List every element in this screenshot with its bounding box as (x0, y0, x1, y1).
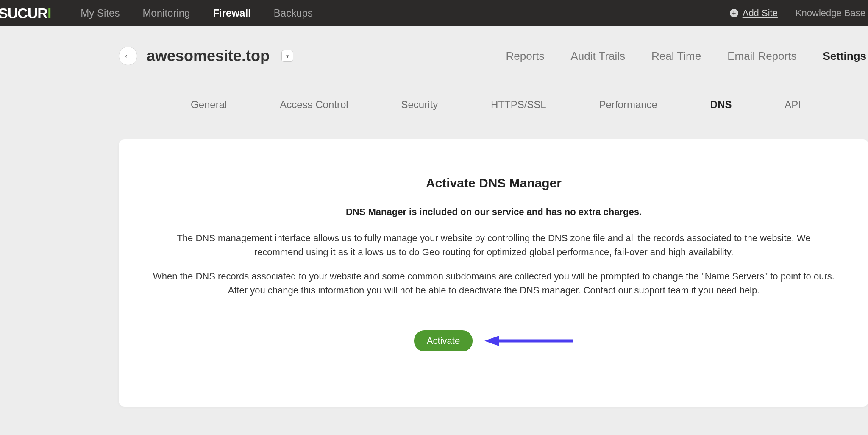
settings-subtabs: General Access Control Security HTTPS/SS… (119, 99, 868, 111)
tab-settings[interactable]: Settings (823, 50, 866, 63)
chevron-down-icon: ▾ (286, 53, 289, 59)
panel-paragraph-1: The DNS management interface allows us t… (153, 231, 835, 259)
nav-firewall[interactable]: Firewall (213, 7, 250, 19)
subtab-dns[interactable]: DNS (710, 99, 732, 111)
panel-title: Activate DNS Manager (144, 176, 843, 190)
nav-right: + Add Site Knowledge Base (730, 8, 868, 19)
subtab-security[interactable]: Security (401, 99, 438, 111)
subtab-https-ssl[interactable]: HTTPS/SSL (491, 99, 546, 111)
site-title: awesomesite.top (147, 47, 270, 65)
header-divider (119, 84, 868, 84)
activate-row: Activate (144, 330, 843, 351)
nav-backups[interactable]: Backups (274, 7, 313, 19)
add-site-link[interactable]: Add Site (743, 8, 778, 19)
back-button[interactable]: ← (119, 47, 137, 65)
tab-real-time[interactable]: Real Time (651, 50, 701, 63)
page-header: ← awesomesite.top ▾ Reports Audit Trails… (0, 26, 868, 65)
subtab-performance[interactable]: Performance (599, 99, 657, 111)
subtab-access-control[interactable]: Access Control (280, 99, 348, 111)
nav-monitoring[interactable]: Monitoring (142, 7, 190, 19)
add-site-group: + Add Site (730, 8, 778, 19)
nav-my-sites[interactable]: My Sites (81, 7, 120, 19)
panel-paragraph-2: When the DNS records associated to your … (153, 269, 835, 297)
tab-reports[interactable]: Reports (506, 50, 544, 63)
tab-email-reports[interactable]: Email Reports (727, 50, 796, 63)
brand-logo: SUCURI (0, 5, 68, 22)
svg-marker-1 (484, 336, 499, 346)
plus-icon: + (730, 9, 738, 17)
arrow-left-icon: ← (123, 50, 133, 61)
top-nav: SUCURI My Sites Monitoring Firewall Back… (0, 0, 868, 26)
dns-manager-panel: Activate DNS Manager DNS Manager is incl… (119, 139, 868, 407)
subtab-api[interactable]: API (785, 99, 801, 111)
activate-button[interactable]: Activate (414, 330, 473, 351)
tab-audit-trails[interactable]: Audit Trails (570, 50, 625, 63)
site-dropdown-toggle[interactable]: ▾ (281, 50, 293, 62)
subtab-general[interactable]: General (191, 99, 227, 111)
panel-subhead: DNS Manager is included on our service a… (144, 206, 843, 218)
knowledge-base-link[interactable]: Knowledge Base (796, 8, 865, 19)
primary-nav: My Sites Monitoring Firewall Backups (81, 7, 313, 19)
annotation-arrow-icon (484, 336, 573, 346)
